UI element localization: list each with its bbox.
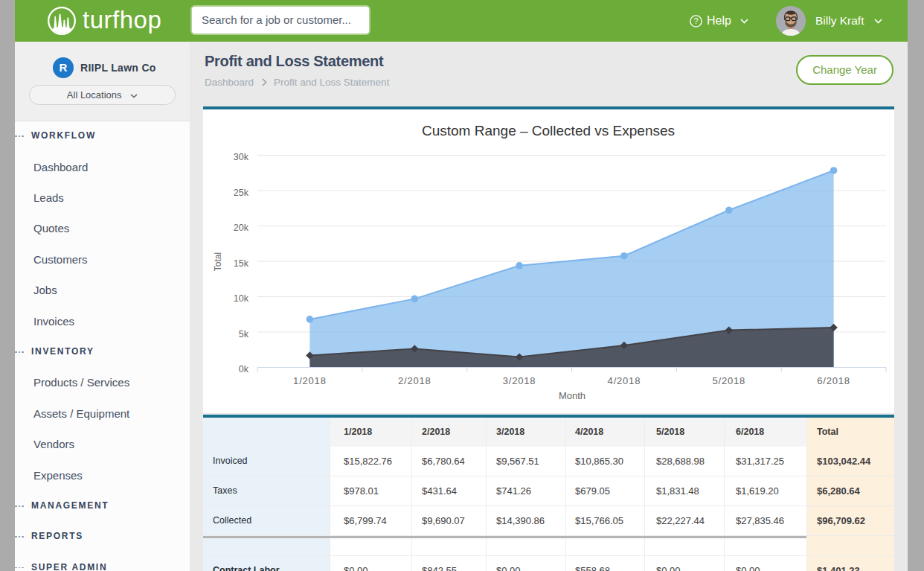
svg-text:15k: 15k <box>234 258 249 269</box>
svg-text:Total: Total <box>213 252 223 271</box>
svg-text:5/2018: 5/2018 <box>713 375 746 386</box>
svg-text:3/2018: 3/2018 <box>503 375 536 386</box>
svg-text:Month: Month <box>559 390 585 401</box>
svg-text:6/2018: 6/2018 <box>817 375 850 386</box>
svg-text:Custom Range – Collected vs Ex: Custom Range – Collected vs Expenses <box>422 123 675 138</box>
svg-text:2/2018: 2/2018 <box>398 375 431 386</box>
svg-text:?: ? <box>693 16 698 25</box>
svg-text:1/2018: 1/2018 <box>293 375 327 386</box>
svg-text:30k: 30k <box>234 152 249 162</box>
svg-text:25k: 25k <box>234 188 249 198</box>
svg-text:10k: 10k <box>234 293 249 304</box>
svg-text:5k: 5k <box>239 329 249 339</box>
svg-text:0k: 0k <box>239 364 249 374</box>
svg-text:20k: 20k <box>234 223 249 233</box>
svg-text:4/2018: 4/2018 <box>608 375 641 386</box>
